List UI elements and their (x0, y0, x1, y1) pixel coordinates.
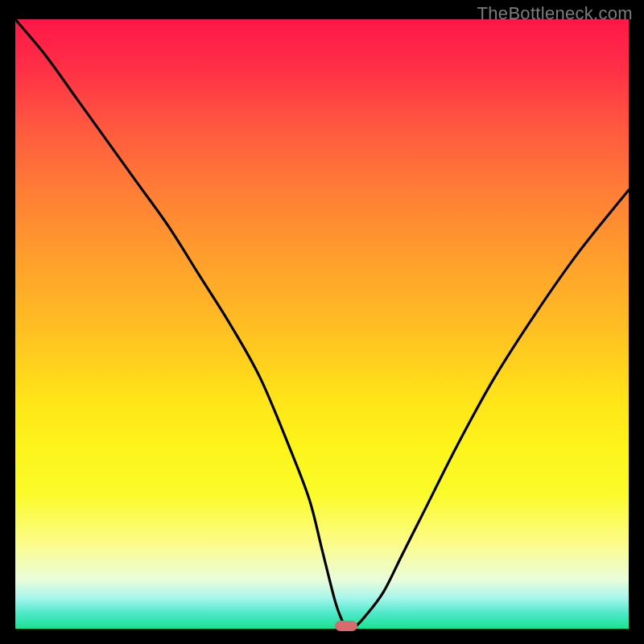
minimum-marker (335, 621, 357, 631)
plot-area (15, 19, 629, 629)
bottleneck-curve (15, 19, 629, 629)
watermark-text: TheBottleneck.com (477, 3, 633, 24)
chart-frame: TheBottleneck.com (0, 0, 644, 644)
